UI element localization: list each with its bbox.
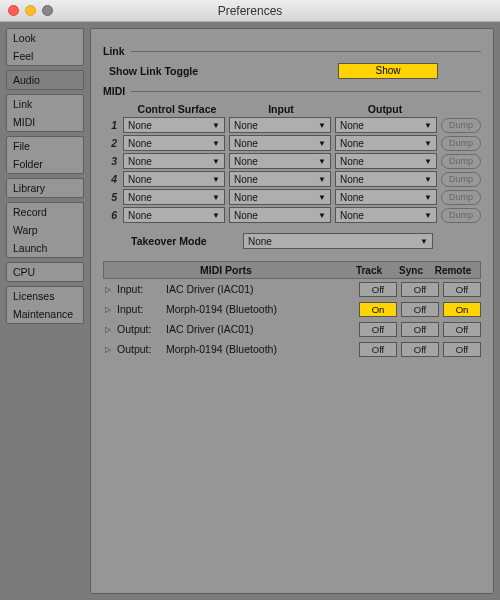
sidebar-item-record[interactable]: Record <box>7 203 83 221</box>
output-select[interactable]: None▼ <box>335 171 437 187</box>
chevron-down-icon: ▼ <box>424 157 432 166</box>
sync-toggle[interactable]: Off <box>401 322 439 337</box>
sidebar-item-cpu[interactable]: CPU <box>7 263 83 281</box>
midi-ports-title: MIDI Ports <box>104 264 348 276</box>
midi-port-row: ▷Input:IAC Driver (IAC01)OffOffOff <box>103 279 481 299</box>
col-input: Input <box>229 103 333 115</box>
control-surface-select[interactable]: None▼ <box>123 153 225 169</box>
chevron-down-icon: ▼ <box>212 193 220 202</box>
slot-number: 1 <box>103 119 119 131</box>
input-select[interactable]: None▼ <box>229 153 331 169</box>
track-toggle[interactable]: Off <box>359 322 397 337</box>
sidebar-item-audio[interactable]: Audio <box>7 71 83 89</box>
control-surface-select[interactable]: None▼ <box>123 117 225 133</box>
slot-number: 6 <box>103 209 119 221</box>
sidebar-item-warp[interactable]: Warp <box>7 221 83 239</box>
chevron-down-icon: ▼ <box>424 193 432 202</box>
chevron-down-icon: ▼ <box>212 121 220 130</box>
sidebar-item-feel[interactable]: Feel <box>7 47 83 65</box>
section-title: MIDI <box>103 85 125 97</box>
chevron-down-icon: ▼ <box>318 139 326 148</box>
output-select[interactable]: None▼ <box>335 117 437 133</box>
sync-toggle[interactable]: Off <box>401 342 439 357</box>
control-surface-select[interactable]: None▼ <box>123 171 225 187</box>
output-select[interactable]: None▼ <box>335 207 437 223</box>
sidebar-item-licenses[interactable]: Licenses <box>7 287 83 305</box>
section-title: Link <box>103 45 125 57</box>
sidebar-group: Audio <box>6 70 84 90</box>
control-surface-row: 4None▼None▼None▼Dump <box>103 171 481 187</box>
sync-toggle[interactable]: Off <box>401 302 439 317</box>
control-surface-select[interactable]: None▼ <box>123 207 225 223</box>
control-surface-select[interactable]: None▼ <box>123 135 225 151</box>
remote-toggle[interactable]: On <box>443 302 481 317</box>
sidebar-group: CPU <box>6 262 84 282</box>
chevron-down-icon: ▼ <box>212 175 220 184</box>
sidebar-item-look[interactable]: Look <box>7 29 83 47</box>
remote-toggle[interactable]: Off <box>443 322 481 337</box>
port-name: Morph-0194 (Bluetooth) <box>166 343 355 355</box>
sidebar-group: FileFolder <box>6 136 84 174</box>
output-select[interactable]: None▼ <box>335 153 437 169</box>
sidebar-item-link[interactable]: Link <box>7 95 83 113</box>
chevron-down-icon: ▼ <box>212 211 220 220</box>
remote-toggle[interactable]: Off <box>443 282 481 297</box>
sidebar-group: LinkMIDI <box>6 94 84 132</box>
control-surface-row: 6None▼None▼None▼Dump <box>103 207 481 223</box>
control-surface-header: Control Surface Input Output <box>103 103 481 115</box>
preferences-panel: Link Show Link Toggle Show MIDI Control … <box>90 28 494 594</box>
disclosure-triangle-icon[interactable]: ▷ <box>103 345 113 354</box>
sync-toggle[interactable]: Off <box>401 282 439 297</box>
input-select[interactable]: None▼ <box>229 171 331 187</box>
chevron-down-icon: ▼ <box>424 121 432 130</box>
control-surface-row: 3None▼None▼None▼Dump <box>103 153 481 169</box>
port-direction: Input: <box>117 303 162 315</box>
section-header-link: Link <box>103 45 481 57</box>
disclosure-triangle-icon[interactable]: ▷ <box>103 325 113 334</box>
track-toggle[interactable]: On <box>359 302 397 317</box>
dump-button: Dump <box>441 154 481 169</box>
input-select[interactable]: None▼ <box>229 189 331 205</box>
midi-port-row: ▷Output:Morph-0194 (Bluetooth)OffOffOff <box>103 339 481 359</box>
port-name: IAC Driver (IAC01) <box>166 283 355 295</box>
sidebar-group: RecordWarpLaunch <box>6 202 84 258</box>
port-direction: Output: <box>117 323 162 335</box>
chevron-down-icon: ▼ <box>424 139 432 148</box>
sidebar-item-maintenance[interactable]: Maintenance <box>7 305 83 323</box>
chevron-down-icon: ▼ <box>318 211 326 220</box>
slot-number: 2 <box>103 137 119 149</box>
sidebar-item-launch[interactable]: Launch <box>7 239 83 257</box>
divider <box>131 91 481 92</box>
col-track: Track <box>348 265 390 276</box>
sidebar-group: Library <box>6 178 84 198</box>
chevron-down-icon: ▼ <box>318 193 326 202</box>
output-select[interactable]: None▼ <box>335 189 437 205</box>
input-select[interactable]: None▼ <box>229 135 331 151</box>
chevron-down-icon: ▼ <box>318 175 326 184</box>
sidebar-item-library[interactable]: Library <box>7 179 83 197</box>
output-select[interactable]: None▼ <box>335 135 437 151</box>
sidebar-item-midi[interactable]: MIDI <box>7 113 83 131</box>
dump-button: Dump <box>441 172 481 187</box>
track-toggle[interactable]: Off <box>359 282 397 297</box>
takeover-mode-select[interactable]: None ▼ <box>243 233 433 249</box>
input-select[interactable]: None▼ <box>229 207 331 223</box>
dump-button: Dump <box>441 190 481 205</box>
remote-toggle[interactable]: Off <box>443 342 481 357</box>
show-link-toggle-button[interactable]: Show <box>338 63 438 79</box>
col-sync: Sync <box>390 265 432 276</box>
chevron-down-icon: ▼ <box>424 211 432 220</box>
disclosure-triangle-icon[interactable]: ▷ <box>103 305 113 314</box>
sidebar-group: LicensesMaintenance <box>6 286 84 324</box>
disclosure-triangle-icon[interactable]: ▷ <box>103 285 113 294</box>
sidebar-item-file[interactable]: File <box>7 137 83 155</box>
control-surface-select[interactable]: None▼ <box>123 189 225 205</box>
port-name: Morph-0194 (Bluetooth) <box>166 303 355 315</box>
dump-button: Dump <box>441 136 481 151</box>
col-output: Output <box>333 103 437 115</box>
track-toggle[interactable]: Off <box>359 342 397 357</box>
input-select[interactable]: None▼ <box>229 117 331 133</box>
chevron-down-icon: ▼ <box>212 157 220 166</box>
control-surface-row: 1None▼None▼None▼Dump <box>103 117 481 133</box>
sidebar-item-folder[interactable]: Folder <box>7 155 83 173</box>
